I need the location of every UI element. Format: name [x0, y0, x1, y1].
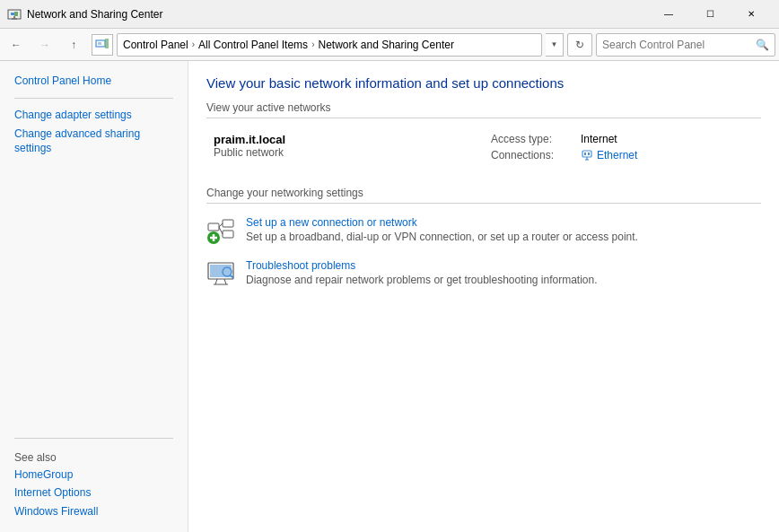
- new-connection-text: Set up a new connection or network Set u…: [246, 216, 761, 243]
- sidebar-item-advanced-sharing[interactable]: Change advanced sharing settings: [0, 125, 188, 159]
- minimize-button[interactable]: —: [648, 0, 689, 29]
- access-type-label: Access type:: [491, 133, 581, 145]
- address-bar: ← → ↑ Control Panel › All Control Panel …: [0, 29, 779, 61]
- new-connection-icon: [206, 216, 235, 245]
- close-button[interactable]: ✕: [731, 0, 772, 29]
- breadcrumb: Control Panel › All Control Panel Items …: [117, 33, 542, 57]
- content-area: View your basic network information and …: [188, 61, 779, 532]
- search-box[interactable]: 🔍: [596, 33, 775, 57]
- window-title: Network and Sharing Center: [27, 8, 648, 21]
- action-new-connection: Set up a new connection or network Set u…: [206, 216, 761, 245]
- svg-rect-10: [223, 220, 233, 227]
- troubleshoot-text: Troubleshoot problems Diagnose and repai…: [246, 259, 761, 286]
- breadcrumb-control-panel[interactable]: Control Panel: [123, 39, 188, 51]
- breadcrumb-sep-1: ›: [192, 39, 195, 49]
- up-button[interactable]: ↑: [61, 32, 86, 57]
- active-networks-header: View your active networks: [206, 101, 761, 118]
- address-icon: [92, 34, 113, 56]
- troubleshoot-icon: [206, 259, 235, 288]
- svg-line-19: [215, 279, 217, 284]
- new-connection-link[interactable]: Set up a new connection or network: [246, 216, 761, 229]
- sidebar-item-windows-firewall[interactable]: Windows Firewall: [0, 502, 188, 521]
- troubleshoot-desc: Diagnose and repair network problems or …: [246, 274, 598, 286]
- network-left-cell: praim.it.local Public network: [206, 129, 484, 169]
- access-type-row: Access type: Internet: [491, 133, 754, 145]
- svg-rect-5: [584, 153, 586, 155]
- main-window: Control Panel Home Change adapter settin…: [0, 61, 779, 532]
- sidebar-divider-1: [14, 98, 173, 99]
- svg-rect-9: [208, 223, 219, 231]
- sidebar-item-internet-options[interactable]: Internet Options: [0, 484, 188, 502]
- svg-line-12: [219, 223, 223, 227]
- network-right-cell: Access type: Internet Connections:: [484, 129, 761, 169]
- forward-button[interactable]: →: [32, 32, 57, 57]
- network-info-table: praim.it.local Public network Access typ…: [206, 129, 761, 169]
- svg-rect-6: [588, 153, 590, 155]
- action-troubleshoot: Troubleshoot problems Diagnose and repai…: [206, 259, 761, 288]
- breadcrumb-dropdown[interactable]: ▼: [546, 33, 564, 57]
- search-icon: 🔍: [756, 39, 769, 51]
- network-type: Public network: [214, 146, 477, 159]
- svg-rect-11: [223, 231, 233, 238]
- svg-rect-4: [582, 151, 591, 157]
- refresh-button[interactable]: ↻: [567, 33, 592, 57]
- svg-line-13: [219, 227, 223, 234]
- new-connection-desc: Set up a broadband, dial-up or VPN conne…: [246, 231, 638, 243]
- breadcrumb-current: Network and Sharing Center: [318, 39, 453, 51]
- networking-section-header: Change your networking settings: [206, 187, 761, 204]
- back-button[interactable]: ←: [4, 32, 29, 57]
- sidebar-item-cp-home[interactable]: Control Panel Home: [0, 72, 188, 91]
- svg-line-20: [224, 279, 226, 284]
- connections-label: Connections:: [491, 149, 581, 161]
- search-input[interactable]: [602, 39, 756, 51]
- breadcrumb-sep-2: ›: [311, 39, 314, 49]
- sidebar: Control Panel Home Change adapter settin…: [0, 61, 188, 532]
- sidebar-item-adapter-settings[interactable]: Change adapter settings: [0, 106, 188, 125]
- sidebar-item-homegroup[interactable]: HomeGroup: [0, 466, 188, 484]
- sidebar-divider-2: [14, 438, 173, 439]
- network-name: praim.it.local: [214, 133, 477, 146]
- connections-value: Ethernet: [597, 149, 637, 161]
- app-icon: [7, 7, 22, 22]
- connections-link[interactable]: Ethernet: [581, 149, 637, 161]
- title-bar: Network and Sharing Center — ☐ ✕: [0, 0, 779, 29]
- page-title: View your basic network information and …: [206, 75, 761, 91]
- breadcrumb-all-items[interactable]: All Control Panel Items: [198, 39, 308, 51]
- access-type-value: Internet: [581, 133, 617, 145]
- connections-row: Connections: Ethernet: [491, 149, 754, 161]
- troubleshoot-link[interactable]: Troubleshoot problems: [246, 259, 761, 272]
- window-controls: — ☐ ✕: [648, 0, 772, 29]
- see-also-label: See also: [0, 449, 188, 466]
- svg-point-1: [13, 16, 15, 18]
- ethernet-icon: [581, 149, 593, 161]
- restore-button[interactable]: ☐: [689, 0, 731, 29]
- svg-rect-18: [210, 265, 232, 277]
